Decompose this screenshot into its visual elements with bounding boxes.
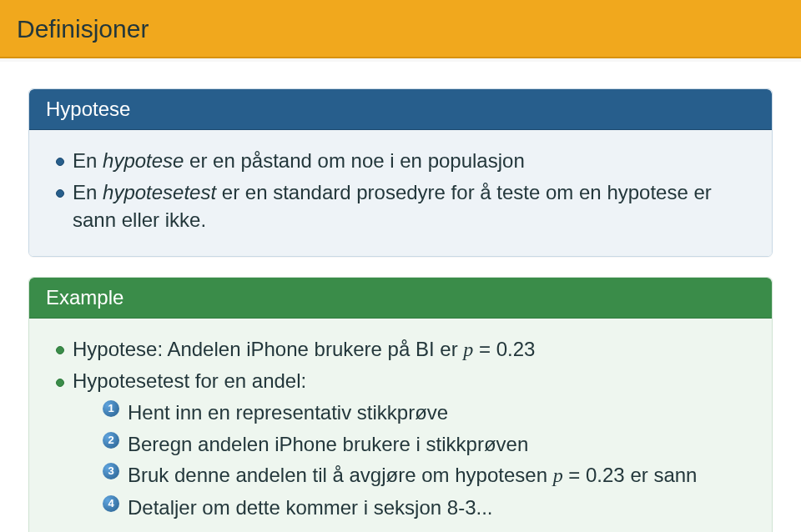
- text: Hent inn en representativ stikkprøve: [128, 401, 448, 424]
- list-item: En hypotesetest er en standard prosedyre…: [51, 178, 750, 234]
- block-example-head: Example: [29, 278, 772, 319]
- list-item: En hypotese er en påstand om noe i en po…: [51, 147, 750, 175]
- math-var: p: [463, 339, 473, 360]
- enum-item: Detaljer om dette kommer i seksjon 8-3..…: [103, 494, 750, 522]
- slide-title: Definisjoner: [17, 15, 149, 43]
- block-example-title: Example: [46, 286, 123, 309]
- block-hypotese: Hypotese En hypotese er en påstand om no…: [28, 88, 773, 257]
- enum-item: Hent inn en representativ stikkprøve: [103, 399, 750, 427]
- list-item: Hypotesetest for en andel: Hent inn en r…: [51, 367, 750, 521]
- emph: hypotesetest: [103, 181, 216, 203]
- text: er sann: [625, 464, 698, 486]
- block-hypotese-title: Hypotese: [46, 98, 130, 120]
- block-hypotese-body: En hypotese er en påstand om noe i en po…: [29, 130, 772, 256]
- text: Hypotesetest for en andel:: [73, 369, 306, 392]
- enum-item: Beregn andelen iPhone brukere i stikkprø…: [103, 430, 750, 459]
- block-example-body: Hypotese: Andelen iPhone brukere på BI e…: [29, 319, 772, 532]
- emph: hypotese: [103, 149, 184, 172]
- hypotese-list: En hypotese er en påstand om noe i en po…: [51, 147, 750, 234]
- math-eq: = 0.23: [563, 464, 625, 486]
- example-list: Hypotese: Andelen iPhone brukere på BI e…: [51, 335, 750, 522]
- list-item: Hypotese: Andelen iPhone brukere på BI e…: [51, 335, 750, 364]
- slide-content: Hypotese En hypotese er en påstand om no…: [0, 58, 801, 532]
- example-enum: Hent inn en representativ stikkprøve Ber…: [73, 399, 750, 521]
- slide-title-bar: Definisjoner: [0, 0, 801, 58]
- text: er en påstand om noe i en populasjon: [184, 149, 524, 172]
- block-example: Example Hypotese: Andelen iPhone brukere…: [28, 277, 773, 532]
- block-hypotese-head: Hypotese: [29, 89, 772, 130]
- enum-item: Bruk denne andelen til å avgjøre om hypo…: [103, 461, 750, 490]
- text: Beregn andelen iPhone brukere i stikkprø…: [128, 433, 528, 455]
- text: En: [73, 181, 103, 203]
- math-var: p: [553, 464, 563, 486]
- text: Hypotese: Andelen iPhone brukere på BI e…: [73, 338, 463, 360]
- text: En: [73, 149, 103, 172]
- math-eq: = 0.23: [473, 338, 535, 360]
- text: Bruk denne andelen til å avgjøre om hypo…: [128, 464, 553, 486]
- text: Detaljer om dette kommer i seksjon 8-3..…: [128, 496, 493, 519]
